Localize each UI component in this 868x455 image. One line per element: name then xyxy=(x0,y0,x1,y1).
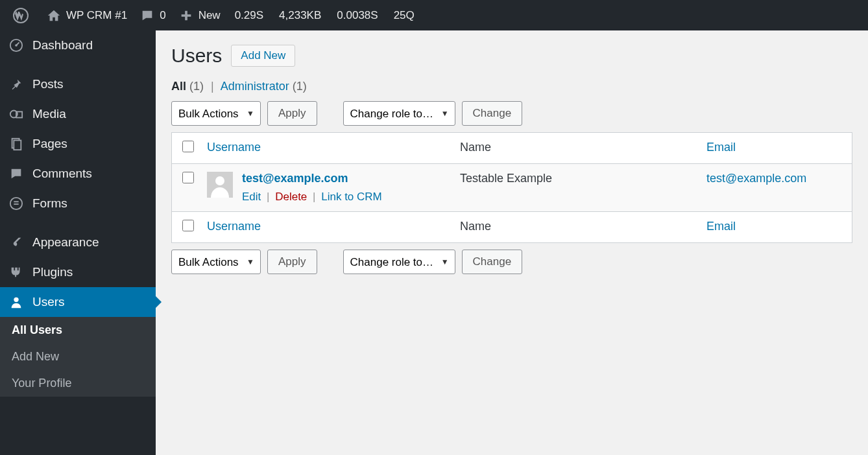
filter-all[interactable]: All xyxy=(171,80,186,93)
filter-admin[interactable]: Administrator xyxy=(221,80,289,93)
change-role-wrap: Change role to… xyxy=(343,250,455,274)
table-header-row: Username Name Email xyxy=(172,133,852,164)
change-button[interactable]: Change xyxy=(462,101,523,126)
cell-email[interactable]: test@example.com xyxy=(706,172,806,185)
submenu-your-profile[interactable]: Your Profile xyxy=(0,370,156,397)
filter-sep: | xyxy=(211,80,214,93)
sidebar-item-forms[interactable]: Forms xyxy=(0,189,156,218)
sidebar-item-label: Dashboard xyxy=(32,38,93,52)
new-label: New xyxy=(199,9,221,22)
site-name: WP CRM #1 xyxy=(66,9,127,22)
wordpress-icon xyxy=(13,8,29,23)
sidebar-divider xyxy=(0,60,156,69)
user-main: test@example.com Edit | Delete | Link to… xyxy=(242,172,382,204)
sidebar-item-plugins[interactable]: Plugins xyxy=(0,257,156,287)
wp-logo[interactable] xyxy=(6,0,40,30)
sidebar-item-label: Comments xyxy=(32,167,92,181)
sidebar-item-posts[interactable]: Posts xyxy=(0,69,156,99)
col-email[interactable]: Email xyxy=(700,133,852,164)
avatar-placeholder-icon xyxy=(207,172,233,198)
col-username[interactable]: Username xyxy=(200,133,453,164)
sidebar-item-appearance[interactable]: Appearance xyxy=(0,228,156,257)
username-link[interactable]: test@example.com xyxy=(242,172,348,185)
media-icon xyxy=(9,107,23,121)
sidebar-item-comments[interactable]: Comments xyxy=(0,159,156,189)
comments-link[interactable]: 0 xyxy=(134,0,172,30)
user-cell: test@example.com Edit | Delete | Link to… xyxy=(207,172,447,204)
metric-memory[interactable]: 4,233KB xyxy=(271,9,329,22)
adminbar: WP CRM #1 0 New 0.29S 4,233KB 0.0038S 25… xyxy=(0,0,868,30)
sidebar-item-label: Users xyxy=(32,295,65,309)
row-action-link-crm[interactable]: Link to CRM xyxy=(321,191,382,203)
col-username[interactable]: Username xyxy=(200,212,453,243)
sidebar-item-label: Posts xyxy=(32,77,64,91)
tablenav-top: Bulk Actions Apply Change role to… Chang… xyxy=(171,101,852,126)
table-footer-row: Username Name Email xyxy=(172,212,852,243)
submenu-all-users[interactable]: All Users xyxy=(0,317,156,344)
col-name: Name xyxy=(453,212,700,243)
avatar xyxy=(207,172,233,198)
main-content: Users Add New All (1) | Administrator (1… xyxy=(156,30,868,455)
table-row: test@example.com Edit | Delete | Link to… xyxy=(172,164,852,212)
row-checkbox[interactable] xyxy=(182,172,194,183)
view-filters: All (1) | Administrator (1) xyxy=(171,80,852,93)
comment-icon xyxy=(9,167,23,181)
svg-rect-9 xyxy=(14,204,18,205)
bulk-actions-wrap: Bulk Actions xyxy=(171,250,261,274)
col-name: Name xyxy=(453,133,700,164)
brush-icon xyxy=(9,235,23,250)
svg-point-12 xyxy=(215,176,224,185)
filter-admin-count: (1) xyxy=(293,80,307,93)
submenu-add-new[interactable]: Add New xyxy=(0,344,156,370)
apply-button[interactable]: Apply xyxy=(267,250,317,274)
plug-icon xyxy=(9,265,23,279)
row-action-delete[interactable]: Delete xyxy=(275,191,307,203)
pin-icon xyxy=(9,77,23,91)
sidebar-item-pages[interactable]: Pages xyxy=(0,129,156,159)
page-title: Users xyxy=(171,45,222,67)
sidebar-item-label: Plugins xyxy=(32,265,73,279)
sidebar-item-label: Media xyxy=(32,107,66,121)
page-header: Users Add New xyxy=(171,45,852,67)
pages-icon xyxy=(9,137,23,151)
metric-sql-time[interactable]: 0.0038S xyxy=(329,9,385,22)
action-sep: | xyxy=(313,191,315,203)
add-new-button[interactable]: Add New xyxy=(231,45,295,67)
sidebar-item-media[interactable]: Media xyxy=(0,99,156,129)
sidebar-item-label: Appearance xyxy=(32,235,99,250)
select-all-checkbox-bottom[interactable] xyxy=(182,220,194,231)
bulk-actions-select[interactable]: Bulk Actions xyxy=(171,101,261,126)
site-home[interactable]: WP CRM #1 xyxy=(40,0,134,30)
bulk-actions-wrap: Bulk Actions xyxy=(171,101,261,126)
home-icon xyxy=(47,8,61,23)
plus-icon xyxy=(179,8,193,23)
comment-icon xyxy=(140,8,154,23)
svg-point-10 xyxy=(14,298,18,302)
tablenav-bottom: Bulk Actions Apply Change role to… Chang… xyxy=(171,250,852,274)
metric-queries[interactable]: 25Q xyxy=(386,9,422,22)
row-actions: Edit | Delete | Link to CRM xyxy=(242,191,382,204)
new-content[interactable]: New xyxy=(173,0,227,30)
users-submenu: All Users Add New Your Profile xyxy=(0,317,156,397)
sidebar-item-label: Forms xyxy=(32,196,67,211)
select-all-checkbox[interactable] xyxy=(182,141,194,152)
sidebar-item-users[interactable]: Users xyxy=(0,287,156,317)
bulk-actions-select[interactable]: Bulk Actions xyxy=(171,250,261,274)
comments-count: 0 xyxy=(160,9,165,22)
col-email[interactable]: Email xyxy=(700,212,852,243)
change-role-select[interactable]: Change role to… xyxy=(343,101,455,126)
filter-all-count: (1) xyxy=(189,80,204,93)
row-action-edit[interactable]: Edit xyxy=(242,191,261,203)
change-button[interactable]: Change xyxy=(462,250,523,274)
sidebar-item-dashboard[interactable]: Dashboard xyxy=(0,30,156,60)
gauge-icon xyxy=(9,38,23,52)
apply-button[interactable]: Apply xyxy=(267,101,317,126)
user-icon xyxy=(9,295,23,309)
svg-rect-8 xyxy=(14,201,18,202)
action-sep: | xyxy=(267,191,269,203)
admin-sidebar: Dashboard Posts Media Pages Comments For… xyxy=(0,30,156,455)
change-role-wrap: Change role to… xyxy=(343,101,455,126)
change-role-select[interactable]: Change role to… xyxy=(343,250,455,274)
metric-time[interactable]: 0.29S xyxy=(227,9,271,22)
svg-point-2 xyxy=(15,44,18,47)
